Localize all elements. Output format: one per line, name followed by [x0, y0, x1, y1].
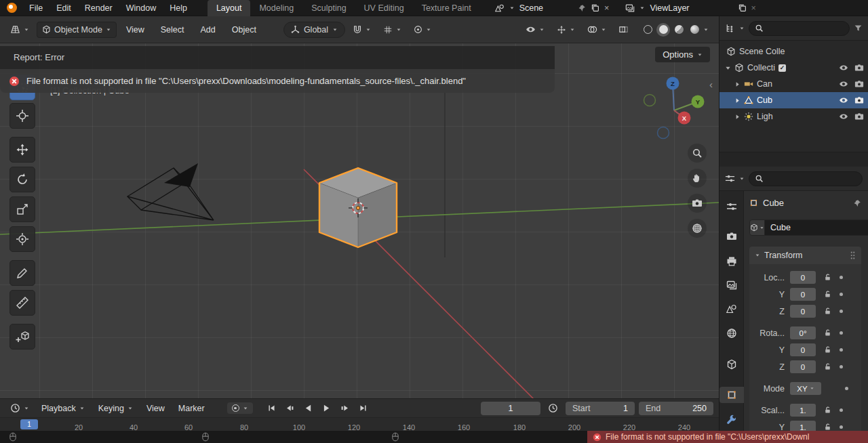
tab-output[interactable]	[719, 253, 744, 270]
next-keyframe-button[interactable]	[337, 402, 353, 415]
rotation-y-field[interactable]: 0	[790, 343, 816, 356]
menu-add[interactable]: Add	[194, 22, 222, 38]
eye-icon[interactable]	[839, 63, 848, 72]
eye-icon[interactable]	[839, 96, 848, 105]
object-id-dropdown[interactable]	[749, 219, 765, 236]
menu-edit[interactable]: Edit	[50, 0, 78, 16]
blender-logo[interactable]	[7, 3, 17, 13]
location-y-field[interactable]: 0	[790, 288, 816, 301]
options-button[interactable]: Options	[655, 47, 710, 62]
timeline-ruler[interactable]: 1 20 40 60 80 100 120 140 160 180 200 22…	[0, 417, 719, 431]
tool-add-cube[interactable]	[9, 324, 35, 350]
camera-icon[interactable]	[854, 63, 864, 72]
prev-keyframe-button[interactable]	[282, 402, 298, 415]
chevron-down-icon[interactable]	[739, 176, 745, 182]
tab-render[interactable]	[719, 228, 744, 245]
menu-marker[interactable]: Marker	[172, 404, 211, 413]
disclosure-right-icon[interactable]	[734, 81, 741, 87]
lock-open-icon[interactable]	[823, 362, 832, 371]
snap-target-dropdown[interactable]	[378, 22, 406, 37]
gizmo-neg-axis[interactable]	[644, 95, 656, 106]
chevron-down-icon[interactable]	[703, 27, 709, 33]
pin-icon[interactable]	[578, 4, 586, 12]
menu-object[interactable]: Object	[225, 22, 263, 38]
viewlayer-name[interactable]: ViewLayer	[650, 3, 689, 13]
shading-rendered-button[interactable]	[688, 23, 701, 37]
rotation-z-field[interactable]: 0	[790, 360, 816, 373]
visibility-dropdown[interactable]	[521, 22, 549, 37]
outliner-row-light[interactable]: Ligh	[719, 108, 868, 125]
location-z-field[interactable]: 0	[790, 305, 816, 318]
copy-icon[interactable]	[738, 3, 747, 12]
menu-window[interactable]: Window	[119, 0, 163, 16]
outliner-row-cube[interactable]: Cub	[719, 92, 868, 108]
disclosure-right-icon[interactable]	[734, 98, 741, 104]
menu-select[interactable]: Select	[154, 22, 191, 38]
breadcrumb-object[interactable]: Cube	[763, 198, 784, 208]
camera-icon[interactable]	[854, 96, 864, 105]
playhead[interactable]: 1	[20, 419, 38, 429]
chevron-down-icon[interactable]	[739, 26, 745, 31]
report-message-row[interactable]: File format is not supported in file "C:…	[0, 69, 555, 93]
transform-orientation-dropdown[interactable]: Global	[283, 22, 345, 38]
tab-modifiers[interactable]	[719, 412, 744, 428]
jump-to-start-button[interactable]	[264, 402, 280, 415]
tool-annotate[interactable]	[9, 260, 35, 286]
menu-playback[interactable]: Playback	[35, 404, 91, 413]
viewport-3d[interactable]: [1] Collection | Cube Report: Error File…	[0, 43, 719, 398]
camera-icon[interactable]	[854, 112, 864, 121]
tab-view-layer[interactable]	[719, 277, 744, 293]
animate-dot[interactable]	[840, 365, 843, 368]
play-button[interactable]	[319, 402, 335, 415]
tool-move[interactable]	[9, 137, 35, 163]
lock-open-icon[interactable]	[823, 307, 832, 316]
frame-start-field[interactable]: Start 1	[566, 402, 635, 415]
play-reverse-button[interactable]	[300, 402, 317, 415]
object-name-field[interactable]	[765, 219, 868, 236]
tab-object[interactable]	[719, 387, 744, 403]
outliner-row-camera[interactable]: Can	[719, 76, 868, 92]
tool-cursor[interactable]	[9, 103, 35, 129]
animate-dot[interactable]	[840, 310, 843, 313]
lock-open-icon[interactable]	[823, 290, 832, 299]
menu-view[interactable]: View	[119, 22, 151, 38]
menu-help[interactable]: Help	[163, 0, 194, 16]
chevron-down-icon[interactable]	[509, 5, 515, 11]
pan-button[interactable]	[688, 169, 707, 188]
disclosure-down-icon[interactable]	[725, 65, 731, 71]
outliner-row-scene-collection[interactable]: Scene Colle	[719, 43, 868, 60]
scene-name[interactable]: Scene	[519, 3, 543, 13]
snap-toggle[interactable]	[348, 22, 376, 37]
xray-toggle[interactable]	[614, 22, 633, 37]
disclosure-right-icon[interactable]	[734, 114, 741, 120]
camera-view-button[interactable]	[688, 194, 707, 213]
lock-open-icon[interactable]	[823, 345, 832, 354]
animate-dot[interactable]	[840, 276, 843, 279]
animate-dot[interactable]	[840, 348, 843, 352]
rotation-x-field[interactable]: 0°	[790, 326, 816, 339]
tab-scene[interactable]	[719, 301, 744, 317]
animate-dot[interactable]	[840, 293, 843, 296]
tab-uv-editing[interactable]: UV Editing	[355, 0, 413, 16]
drag-dots-icon[interactable]	[850, 251, 856, 260]
rotation-mode-dropdown[interactable]: XY	[790, 382, 821, 395]
shading-material-button[interactable]	[672, 23, 686, 37]
jump-to-end-button[interactable]	[355, 402, 372, 415]
current-frame-field[interactable]: 1	[481, 402, 540, 415]
outliner-editor-icon[interactable]	[725, 23, 735, 33]
menu-view-timeline[interactable]: View	[140, 404, 171, 413]
proportional-editing-dropdown[interactable]	[409, 22, 436, 37]
pin-icon[interactable]	[853, 199, 861, 207]
shading-wireframe-button[interactable]	[641, 23, 654, 37]
lock-open-icon[interactable]	[823, 329, 832, 337]
ortho-toggle-button[interactable]	[688, 219, 707, 238]
gizmos-dropdown[interactable]	[552, 22, 580, 37]
tab-layout[interactable]: Layout	[208, 0, 251, 16]
outliner-search-input[interactable]	[749, 21, 850, 36]
frame-end-field[interactable]: End 250	[639, 402, 713, 415]
lock-open-icon[interactable]	[823, 406, 832, 415]
viewport-canvas[interactable]	[0, 43, 719, 398]
zoom-button[interactable]	[688, 144, 707, 163]
gizmo-neg-axis[interactable]	[658, 127, 669, 139]
menu-file[interactable]: File	[22, 0, 50, 16]
